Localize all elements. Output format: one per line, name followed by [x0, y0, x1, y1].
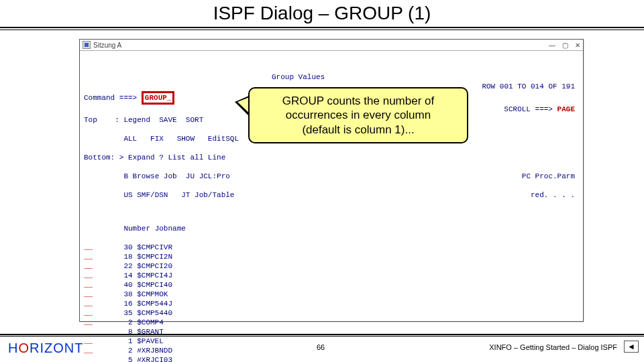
footer-right-text: XINFO – Getting Started – Dialog ISPF — [489, 343, 617, 351]
row-prefix[interactable]: __ — [84, 243, 93, 251]
title-rule-heavy — [0, 27, 644, 28]
callout-line-1: GROUP counts the number of — [258, 94, 459, 108]
window-controls: — ▢ ✕ — [549, 42, 580, 49]
table-row: __ 16 $CMP544J — [84, 299, 579, 308]
maximize-icon[interactable]: ▢ — [562, 42, 568, 49]
row-prefix[interactable]: __ — [84, 262, 93, 270]
page-number: 66 — [317, 343, 325, 351]
slide-title: ISPF Dialog – GROUP (1) — [0, 3, 644, 24]
command-input[interactable]: GROUP_ — [142, 91, 175, 105]
table-row: __ 14 $CMPCI4J — [84, 271, 579, 280]
command-label: Command ===> — [84, 94, 137, 102]
row-prefix[interactable]: __ — [84, 281, 93, 289]
table-row: __ 35 $CMP5440 — [84, 308, 579, 318]
table-row: __ 30 $CMPCIVR — [84, 243, 579, 252]
app-icon — [83, 41, 91, 49]
bottom-line-3: US SMF/DSN JT Job/Table — [123, 191, 234, 199]
footer-rule-thin — [0, 336, 644, 337]
table-row: __ 38 $CMPMOK — [84, 290, 579, 299]
row-prefix[interactable]: __ — [84, 300, 93, 308]
top-line-2: ALL FIX SHOW EditSQL — [123, 135, 239, 143]
table-row: __ 40 $CMPCI40 — [84, 280, 579, 290]
row-prefix[interactable]: __ — [84, 290, 93, 298]
callout-bubble: GROUP counts the number of occurrences i… — [248, 87, 468, 143]
columns-header: Number Jobname — [123, 225, 185, 233]
callout-line-3: (default is column 1)... — [258, 123, 459, 137]
brand-h: H — [8, 341, 18, 355]
panel-title: Group Values — [272, 72, 325, 82]
slide-footer: HORIZONT 66 XINFO – Getting Started – Di… — [0, 334, 644, 361]
callout-line-2: occurrences in every column — [258, 108, 459, 122]
bottom-tail-3: red. . . . — [531, 190, 575, 200]
brand-o: O — [18, 341, 30, 355]
scroll-label: SCROLL ===> — [504, 105, 553, 113]
bottom-label: Bottom: — [84, 154, 115, 162]
footer-rule-heavy — [0, 334, 644, 335]
terminal-titlebar: Sitzung A — ▢ ✕ — [80, 40, 583, 51]
brand-logo: HORIZONT — [8, 341, 83, 356]
title-rule-thin — [0, 29, 644, 30]
bottom-line-2: B Browse Job JU JCL:Pro — [123, 172, 229, 180]
window-title: Sitzung A — [93, 42, 121, 49]
table-row: __ 2 $COMP4 — [84, 318, 579, 327]
bottom-tail-2: PC Proc.Parm — [522, 172, 575, 181]
table-row: __ 18 $CMPCI2N — [84, 252, 579, 261]
row-prefix[interactable]: __ — [84, 318, 93, 326]
prev-slide-button[interactable]: ◄ — [624, 341, 639, 353]
close-icon[interactable]: ✕ — [575, 42, 580, 49]
row-prefix[interactable]: __ — [84, 309, 93, 317]
row-prefix[interactable]: __ — [84, 272, 93, 280]
scroll-value[interactable]: PAGE — [557, 105, 575, 113]
row-prefix[interactable]: __ — [84, 253, 93, 261]
table-row: __ 22 $CMPCI20 — [84, 261, 579, 271]
brand-rest: RIZONT — [30, 341, 83, 355]
top-label: Top : — [84, 116, 119, 124]
bottom-line-1: > Expand ? List all Line — [119, 154, 225, 162]
terminal-window: Sitzung A — ▢ ✕ Group Values ROW 001 TO … — [79, 39, 584, 322]
top-line-1: Legend SAVE SORT — [123, 116, 203, 124]
minimize-icon[interactable]: — — [549, 42, 555, 49]
